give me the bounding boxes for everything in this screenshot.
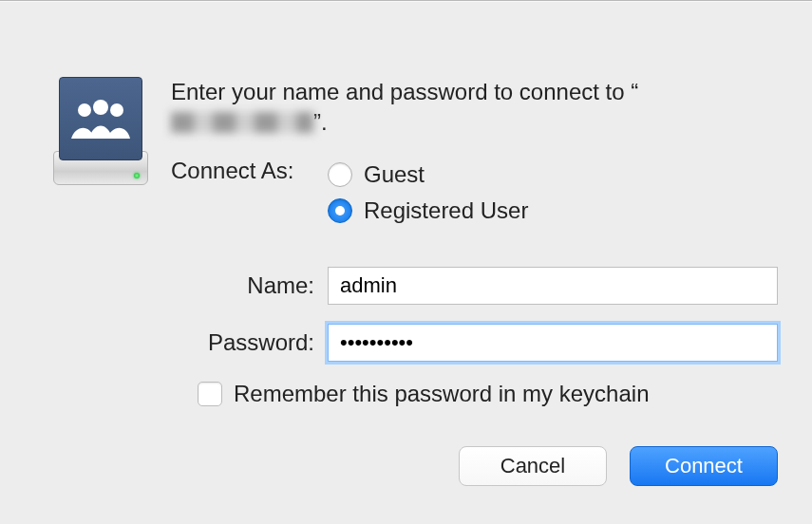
connect-as-radio-group: Guest Registered User [328,157,528,229]
svg-point-2 [110,103,123,117]
instruction-text: Enter your name and password to connect … [171,77,766,139]
connect-button-label: Connect [665,454,743,478]
name-input[interactable] [328,267,778,305]
registered-user-radio-label: Registered User [364,197,528,224]
registered-user-radio[interactable] [328,198,352,223]
network-drive-icon [53,77,148,191]
connect-as-label: Connect As: [171,158,293,183]
cancel-button[interactable]: Cancel [459,446,607,486]
cancel-button-label: Cancel [500,454,565,478]
remember-password-checkbox[interactable] [198,382,222,406]
instruction-prefix: Enter your name and password to connect … [171,79,638,104]
svg-point-1 [93,100,108,115]
connect-to-server-dialog: Enter your name and password to connect … [0,0,812,524]
svg-point-0 [78,103,91,117]
guest-radio-label: Guest [364,161,425,188]
remember-password-label: Remember this password in my keychain [234,381,650,407]
password-input[interactable] [328,324,778,362]
guest-radio[interactable] [328,162,352,187]
name-label: Name: [171,272,328,299]
connect-button[interactable]: Connect [630,446,778,486]
password-label: Password: [171,329,328,356]
instruction-suffix: ”. [313,109,328,135]
server-name [171,112,313,133]
